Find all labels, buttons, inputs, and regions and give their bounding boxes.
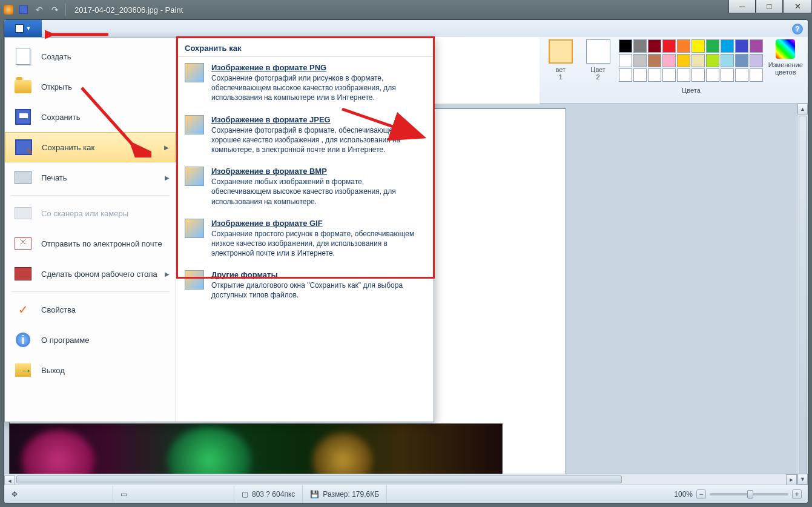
undo-icon: ↶ xyxy=(36,5,43,15)
maximize-button[interactable]: □ xyxy=(756,0,783,13)
zoom-out-button[interactable]: − xyxy=(696,489,706,499)
app-frame: ▼ ? вет 1 Цвет 2 Цвета Изменение цветов … xyxy=(4,19,808,503)
format-icon xyxy=(185,270,204,290)
help-button[interactable]: ? xyxy=(792,24,803,35)
file-menu-item-0[interactable]: Создать xyxy=(5,41,176,71)
edit-colors-button[interactable]: Изменение цветов xyxy=(768,39,803,76)
color2-label: Цвет 2 xyxy=(590,66,606,81)
paint-app-icon xyxy=(4,5,13,15)
color-swatch[interactable] xyxy=(677,54,690,67)
scroll-down-button[interactable]: ▼ xyxy=(797,474,808,485)
file-menu-item-2[interactable]: Сохранить xyxy=(5,102,176,132)
scroll-thumb[interactable] xyxy=(16,476,622,483)
color-swatch[interactable] xyxy=(619,39,632,53)
save-as-option-1[interactable]: Изображение в формате JPEGСохранение фот… xyxy=(176,109,434,161)
file-menu-item-10[interactable]: Выход xyxy=(5,355,176,385)
file-tab[interactable]: ▼ xyxy=(4,20,42,37)
file-menu-item-5: Со сканера или камеры xyxy=(5,198,176,228)
zoom-slider[interactable] xyxy=(710,493,788,495)
menu-item-icon xyxy=(13,360,33,380)
color-swatch[interactable] xyxy=(692,54,705,67)
scroll-right-button[interactable]: ► xyxy=(786,474,797,485)
menu-item-label: Сохранить как xyxy=(42,143,94,152)
color-swatch[interactable] xyxy=(619,54,632,67)
menu-item-label: Отправить по электронной почте xyxy=(41,239,162,248)
file-icon xyxy=(15,24,24,33)
color1-button[interactable]: вет 1 xyxy=(544,39,577,81)
color-palette: Цвета xyxy=(619,39,763,94)
scroll-thumb[interactable] xyxy=(799,116,807,485)
status-selection: ▭ xyxy=(113,485,234,503)
color-swatch[interactable] xyxy=(750,39,763,53)
save-as-option-3[interactable]: Изображение в формате GIFСохранение прос… xyxy=(176,213,434,265)
color-swatch[interactable] xyxy=(735,39,748,53)
format-icon xyxy=(185,167,204,186)
color-swatch[interactable] xyxy=(633,68,647,82)
qat-redo-button[interactable]: ↷ xyxy=(48,3,62,16)
menu-separator xyxy=(11,195,170,196)
color-swatch[interactable] xyxy=(633,39,647,53)
close-button[interactable]: ✕ xyxy=(783,0,812,13)
format-title: Другие форматы xyxy=(211,270,425,279)
color-swatch[interactable] xyxy=(750,54,763,67)
file-menu-item-8[interactable]: ✓Свойства xyxy=(5,294,176,325)
horizontal-scrollbar[interactable]: ◄ ► xyxy=(4,474,797,485)
color-swatch[interactable] xyxy=(721,68,734,82)
minimize-button[interactable]: ─ xyxy=(728,0,756,13)
zoom-in-button[interactable]: + xyxy=(792,489,802,499)
color-swatch[interactable] xyxy=(692,39,705,53)
color-swatch[interactable] xyxy=(721,54,734,67)
qat-save-button[interactable] xyxy=(17,3,30,16)
color-swatch[interactable] xyxy=(677,39,690,53)
scroll-left-button[interactable]: ◄ xyxy=(4,476,15,485)
file-menu-item-6[interactable]: Отправить по электронной почте xyxy=(5,228,176,259)
save-as-option-2[interactable]: Изображение в формате BMPСохранение любы… xyxy=(176,161,434,213)
save-as-option-0[interactable]: Изображение в формате PNGСохранение фото… xyxy=(176,57,434,109)
color-swatch[interactable] xyxy=(706,54,719,67)
selection-icon: ▭ xyxy=(120,490,127,499)
submenu-title: Сохранить как xyxy=(176,38,434,57)
color1-label: вет 1 xyxy=(556,66,566,81)
status-filesize: 💾 Размер: 179,6КБ xyxy=(303,485,387,503)
color-swatch[interactable] xyxy=(735,68,748,82)
color-swatch[interactable] xyxy=(750,68,763,82)
color-swatch[interactable] xyxy=(706,39,719,53)
color-swatch[interactable] xyxy=(706,68,719,82)
color2-button[interactable]: Цвет 2 xyxy=(582,39,615,81)
color-swatch[interactable] xyxy=(677,68,690,82)
file-menu: СоздатьОткрытьСохранитьСохранить как▶Печ… xyxy=(4,37,434,422)
edit-colors-label: Изменение цветов xyxy=(768,61,803,76)
color-swatch[interactable] xyxy=(662,39,676,53)
format-icon xyxy=(185,219,204,238)
menu-separator xyxy=(11,291,170,292)
zoom-knob[interactable] xyxy=(747,490,753,499)
color-swatch[interactable] xyxy=(633,54,647,67)
file-menu-item-3[interactable]: Сохранить как▶ xyxy=(5,132,176,162)
menu-item-label: Создать xyxy=(41,52,71,61)
save-as-option-4[interactable]: Другие форматыОткрытие диалогового окна … xyxy=(176,264,434,306)
file-menu-item-9[interactable]: iО программе xyxy=(5,325,176,355)
color-swatch[interactable] xyxy=(662,68,676,82)
color-swatch[interactable] xyxy=(648,68,661,82)
color-swatch[interactable] xyxy=(619,68,632,82)
color-swatch[interactable] xyxy=(721,39,734,53)
zoom-controls: 100% − + xyxy=(668,489,808,499)
quick-access-toolbar: ↶ ↷ xyxy=(17,3,62,16)
vertical-scrollbar[interactable]: ▲ ▼ xyxy=(797,104,808,485)
color-swatch[interactable] xyxy=(648,54,661,67)
window-controls: ─ □ ✕ xyxy=(728,0,812,13)
file-menu-item-1[interactable]: Открыть xyxy=(5,71,176,102)
window-title: 2017-04-02_203606.jpg - Paint xyxy=(74,5,183,15)
file-menu-item-7[interactable]: Сделать фоном рабочего стола▶ xyxy=(5,259,176,289)
format-title: Изображение в формате PNG xyxy=(211,63,425,72)
color-swatch[interactable] xyxy=(648,39,661,53)
color-swatch[interactable] xyxy=(662,54,676,67)
file-menu-item-4[interactable]: Печать▶ xyxy=(5,162,176,193)
scroll-up-button[interactable]: ▲ xyxy=(797,104,808,114)
format-desc: Сохранение любых изображений в формате, … xyxy=(211,177,425,207)
color-swatch[interactable] xyxy=(735,54,748,67)
qat-undo-button[interactable]: ↶ xyxy=(33,3,46,16)
ribbon-tabstrip: ▼ ? xyxy=(4,20,808,37)
status-cursor-pos: ✥ xyxy=(4,485,113,503)
color-swatch[interactable] xyxy=(692,68,705,82)
